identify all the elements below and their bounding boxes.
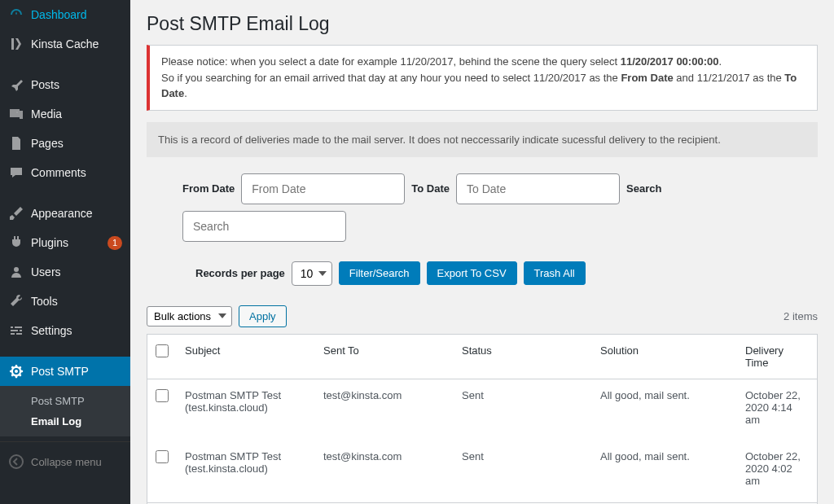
info-box: This is a record of deliveries made to t…: [147, 122, 818, 157]
email-log-table: Subject Sent To Status Solution Delivery…: [147, 334, 818, 505]
table-row: Postman SMTP Test (test.kinsta.cloud) te…: [147, 440, 818, 502]
kinsta-icon: [8, 36, 24, 52]
sidebar-label: Kinsta Cache: [31, 37, 122, 50]
sidebar-item-media[interactable]: Media: [0, 99, 130, 129]
sidebar-submenu: Post SMTP Email Log: [0, 386, 130, 436]
date-notice: Please notice: when you select a date fo…: [147, 45, 818, 111]
main-content: Post SMTP Email Log Please notice: when …: [130, 0, 834, 504]
media-icon: [8, 106, 24, 122]
export-csv-button[interactable]: Export To CSV: [427, 261, 517, 285]
gear-icon: [8, 363, 24, 379]
submenu-post-smtp[interactable]: Post SMTP: [0, 391, 130, 411]
cell-sent-to: test@kinsta.com: [315, 440, 454, 502]
collapse-menu[interactable]: Collapse menu: [0, 447, 130, 476]
trash-all-button[interactable]: Trash All: [524, 261, 586, 285]
cell-subject[interactable]: Postman SMTP Test (test.kinsta.cloud): [177, 379, 315, 440]
row-checkbox[interactable]: [156, 389, 169, 402]
pages-icon: [8, 135, 24, 151]
sidebar-item-comments[interactable]: Comments: [0, 158, 130, 187]
collapse-icon: [8, 454, 24, 470]
sidebar-item-posts[interactable]: Posts: [0, 70, 130, 99]
filters-row-2: Records per page 10 Filter/Search Export…: [147, 261, 818, 286]
th-solution[interactable]: Solution: [592, 334, 737, 379]
sliders-icon: [8, 322, 24, 339]
cell-solution: All good, mail sent.: [592, 379, 737, 440]
sidebar-label: Appearance: [31, 207, 122, 220]
th-delivery[interactable]: Delivery Time: [737, 334, 818, 379]
cell-status: Sent: [454, 379, 592, 440]
from-date-input[interactable]: [241, 173, 405, 204]
filter-search-button[interactable]: Filter/Search: [339, 261, 420, 285]
sidebar-label: Users: [31, 265, 122, 278]
sidebar-label: Comments: [31, 166, 122, 179]
admin-sidebar: Dashboard Kinsta Cache Posts Media Pages…: [0, 0, 130, 504]
svg-point-0: [16, 112, 18, 113]
sidebar-label: Plugins: [31, 236, 101, 249]
table-row: Postman SMTP Test (test.kinsta.cloud) te…: [147, 379, 818, 440]
sidebar-label: Settings: [31, 324, 122, 337]
sidebar-item-plugins[interactable]: Plugins1: [0, 228, 130, 257]
sidebar-label: Dashboard: [31, 8, 122, 21]
user-icon: [8, 264, 24, 280]
plugin-update-badge: 1: [108, 236, 122, 250]
page-title: Post SMTP Email Log: [147, 13, 818, 35]
apply-button-top[interactable]: Apply: [239, 305, 287, 327]
sidebar-label: Media: [31, 107, 122, 121]
sidebar-label: Post SMTP: [31, 365, 122, 378]
th-subject[interactable]: Subject: [177, 334, 315, 379]
records-label: Records per page: [195, 267, 285, 279]
pin-icon: [8, 77, 24, 93]
cell-delivery: October 22, 2020 4:14 am: [737, 379, 818, 440]
collapse-label: Collapse menu: [31, 456, 122, 468]
cell-delivery: October 22, 2020 4:02 am: [737, 440, 818, 502]
tablenav-top: Bulk actions Apply 2 items: [147, 305, 818, 327]
sidebar-item-pages[interactable]: Pages: [0, 129, 130, 158]
search-input[interactable]: [182, 211, 346, 242]
to-date-label: To Date: [411, 182, 450, 195]
search-label: Search: [626, 182, 661, 195]
wrench-icon: [8, 293, 24, 309]
sidebar-label: Tools: [31, 295, 122, 308]
sidebar-item-dashboard[interactable]: Dashboard: [0, 0, 130, 29]
sidebar-label: Posts: [31, 78, 122, 91]
records-per-page-select[interactable]: 10: [292, 261, 332, 286]
sidebar-label: Pages: [31, 137, 122, 150]
sidebar-item-users[interactable]: Users: [0, 257, 130, 287]
comments-icon: [8, 164, 24, 181]
svg-point-2: [10, 455, 23, 468]
items-count-top: 2 items: [784, 310, 818, 322]
sidebar-item-kinsta[interactable]: Kinsta Cache: [0, 29, 130, 59]
cell-sent-to: test@kinsta.com: [315, 379, 454, 440]
from-date-label: From Date: [182, 182, 235, 195]
sidebar-item-tools[interactable]: Tools: [0, 287, 130, 316]
brush-icon: [8, 205, 24, 221]
cell-solution: All good, mail sent.: [592, 440, 737, 502]
plug-icon: [8, 234, 24, 251]
sidebar-item-post-smtp[interactable]: Post SMTP: [0, 357, 130, 386]
svg-point-1: [14, 267, 19, 272]
th-status[interactable]: Status: [454, 334, 592, 379]
row-checkbox[interactable]: [156, 450, 169, 463]
cell-status: Sent: [454, 440, 592, 502]
bulk-actions-select-top[interactable]: Bulk actions: [147, 306, 232, 327]
dashboard-icon: [8, 7, 24, 23]
th-sent-to[interactable]: Sent To: [315, 334, 454, 379]
cell-subject[interactable]: Postman SMTP Test (test.kinsta.cloud): [177, 440, 315, 502]
sidebar-item-appearance[interactable]: Appearance: [0, 199, 130, 228]
submenu-email-log[interactable]: Email Log: [0, 411, 130, 432]
filters-row: From Date To Date Search: [147, 173, 818, 242]
select-all-top[interactable]: [156, 344, 169, 357]
sidebar-item-settings[interactable]: Settings: [0, 316, 130, 345]
to-date-input[interactable]: [456, 173, 620, 204]
